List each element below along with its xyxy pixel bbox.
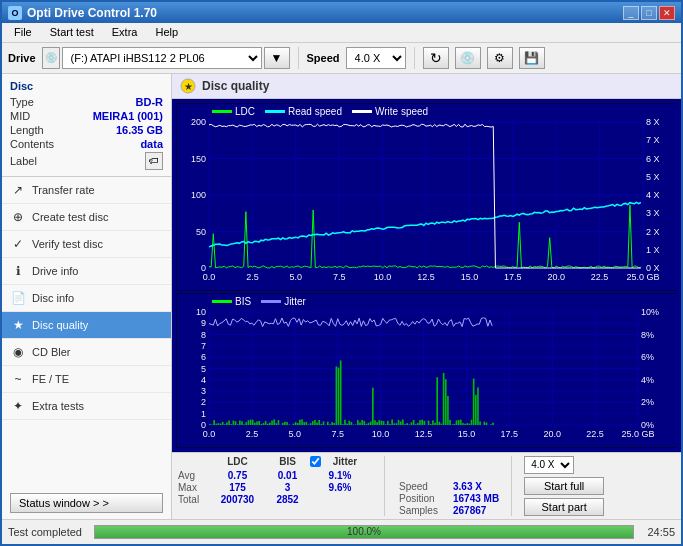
window-root: O Opti Drive Control 1.70 _ □ ✕ File Sta… bbox=[0, 0, 683, 546]
save-button[interactable]: 💾 bbox=[519, 47, 545, 69]
sidebar-item-disc-quality[interactable]: ★ Disc quality bbox=[2, 312, 171, 339]
speed-select-toolbar[interactable]: 4.0 X bbox=[346, 47, 406, 69]
legend-ldc: LDC bbox=[212, 106, 255, 117]
minimize-button[interactable]: _ bbox=[623, 6, 639, 20]
sidebar: Disc Type BD-R MID MEIRA1 (001) Length 1… bbox=[2, 74, 172, 519]
legend-bis: BIS bbox=[212, 296, 251, 307]
legend-bis-color bbox=[212, 300, 232, 303]
menu-help[interactable]: Help bbox=[147, 24, 186, 40]
content-title: Disc quality bbox=[202, 79, 269, 93]
disc-label-label: Label bbox=[10, 155, 37, 167]
top-chart-canvas bbox=[177, 104, 678, 290]
window-controls: _ □ ✕ bbox=[623, 6, 675, 20]
stats-separator-2 bbox=[511, 456, 512, 516]
menu-start-test[interactable]: Start test bbox=[42, 24, 102, 40]
progress-bar-container: 100.0% bbox=[94, 525, 634, 539]
progress-text: 100.0% bbox=[95, 526, 633, 538]
disc-mid-label: MID bbox=[10, 110, 30, 122]
sidebar-item-label-extra: Extra tests bbox=[32, 400, 84, 412]
status-window-button[interactable]: Status window > > bbox=[10, 493, 163, 513]
speed-label: Speed bbox=[307, 52, 340, 64]
sidebar-item-label-cd-bler: CD Bler bbox=[32, 346, 71, 358]
sidebar-item-cd-bler[interactable]: ◉ CD Bler bbox=[2, 339, 171, 366]
start-part-button[interactable]: Start part bbox=[524, 498, 604, 516]
close-button[interactable]: ✕ bbox=[659, 6, 675, 20]
disc-contents-label: Contents bbox=[10, 138, 54, 150]
refresh-button[interactable]: ↻ bbox=[423, 47, 449, 69]
cd-bler-icon: ◉ bbox=[10, 344, 26, 360]
sidebar-item-label-verify: Verify test disc bbox=[32, 238, 103, 250]
total-jitter bbox=[310, 494, 370, 505]
sidebar-item-label-disc-info: Disc info bbox=[32, 292, 74, 304]
bis-header: BIS bbox=[265, 456, 310, 469]
sidebar-item-label-create: Create test disc bbox=[32, 211, 108, 223]
status-bar: Test completed 100.0% 24:55 bbox=[2, 519, 681, 544]
title-bar: O Opti Drive Control 1.70 _ □ ✕ bbox=[2, 2, 681, 23]
disc-info-icon: 📄 bbox=[10, 290, 26, 306]
disc-quality-header-icon: ★ bbox=[180, 78, 196, 94]
ldc-header: LDC bbox=[210, 456, 265, 469]
position-row: Position 16743 MB bbox=[399, 493, 499, 504]
sidebar-item-label-disc-quality: Disc quality bbox=[32, 319, 88, 331]
sidebar-item-verify-test[interactable]: ✓ Verify test disc bbox=[2, 231, 171, 258]
app-icon: O bbox=[8, 6, 22, 20]
top-chart-legend: LDC Read speed Write speed bbox=[212, 106, 428, 117]
samples-value: 267867 bbox=[453, 505, 486, 516]
disc-contents-value: data bbox=[140, 138, 163, 150]
stats-table: LDC BIS Jitter Avg 0.75 0.01 9.1% bbox=[178, 456, 370, 516]
sidebar-item-fe-te[interactable]: ~ FE / TE bbox=[2, 366, 171, 393]
disc-quality-icon: ★ bbox=[10, 317, 26, 333]
menu-bar: File Start test Extra Help bbox=[2, 23, 681, 42]
start-full-button[interactable]: Start full bbox=[524, 477, 604, 495]
fe-te-icon: ~ bbox=[10, 371, 26, 387]
svg-text:★: ★ bbox=[184, 81, 193, 92]
disc-section: Disc Type BD-R MID MEIRA1 (001) Length 1… bbox=[2, 74, 171, 177]
window-title: Opti Drive Control 1.70 bbox=[27, 6, 157, 20]
menu-extra[interactable]: Extra bbox=[104, 24, 146, 40]
jitter-checkbox-cell bbox=[310, 456, 320, 469]
speed-select-stats[interactable]: 4.0 X bbox=[524, 456, 574, 474]
disc-label-row: Label 🏷 bbox=[10, 152, 163, 170]
extra-tests-icon: ✦ bbox=[10, 398, 26, 414]
controls-section: 4.0 X Start full Start part bbox=[524, 456, 604, 516]
create-test-icon: ⊕ bbox=[10, 209, 26, 225]
speed-row: Speed 3.63 X bbox=[399, 481, 499, 492]
time-text: 24:55 bbox=[640, 526, 675, 538]
sidebar-item-extra-tests[interactable]: ✦ Extra tests bbox=[2, 393, 171, 420]
sidebar-item-label-fe-te: FE / TE bbox=[32, 373, 69, 385]
disc-label-icon[interactable]: 🏷 bbox=[145, 152, 163, 170]
disc-section-title: Disc bbox=[10, 80, 163, 92]
maximize-button[interactable]: □ bbox=[641, 6, 657, 20]
avg-ldc: 0.75 bbox=[210, 470, 265, 481]
max-ldc: 175 bbox=[210, 482, 265, 493]
speed-stats: Speed 3.63 X Position 16743 MB Samples 2… bbox=[399, 456, 499, 516]
drive-info-icon: ℹ bbox=[10, 263, 26, 279]
legend-jitter-color bbox=[261, 300, 281, 303]
disc-length-label: Length bbox=[10, 124, 44, 136]
disc-type-value: BD-R bbox=[136, 96, 164, 108]
menu-file[interactable]: File bbox=[6, 24, 40, 40]
avg-jitter: 9.1% bbox=[310, 470, 370, 481]
position-value: 16743 MB bbox=[453, 493, 499, 504]
samples-row: Samples 267867 bbox=[399, 505, 499, 516]
drive-icon: 💿 bbox=[42, 47, 60, 69]
stats-empty-header bbox=[178, 456, 210, 469]
sidebar-item-transfer-rate[interactable]: ↗ Transfer rate bbox=[2, 177, 171, 204]
stats-header-row: LDC BIS Jitter bbox=[178, 456, 370, 469]
disc-mid-value: MEIRA1 (001) bbox=[93, 110, 163, 122]
drive-refresh-button[interactable]: ▼ bbox=[264, 47, 290, 69]
legend-read-color bbox=[265, 110, 285, 113]
disc-button[interactable]: 💿 bbox=[455, 47, 481, 69]
sidebar-item-create-test[interactable]: ⊕ Create test disc bbox=[2, 204, 171, 231]
legend-write-color bbox=[352, 110, 372, 113]
top-chart: LDC Read speed Write speed bbox=[176, 103, 677, 291]
sidebar-item-label-transfer: Transfer rate bbox=[32, 184, 95, 196]
toolbar: Drive 💿 (F:) ATAPI iHBS112 2 PL06 ▼ Spee… bbox=[2, 43, 681, 74]
legend-write-speed: Write speed bbox=[352, 106, 428, 117]
sidebar-item-drive-info[interactable]: ℹ Drive info bbox=[2, 258, 171, 285]
status-text: Test completed bbox=[8, 526, 88, 538]
drive-select[interactable]: (F:) ATAPI iHBS112 2 PL06 bbox=[62, 47, 262, 69]
legend-read-speed: Read speed bbox=[265, 106, 342, 117]
sidebar-item-disc-info[interactable]: 📄 Disc info bbox=[2, 285, 171, 312]
settings-button[interactable]: ⚙ bbox=[487, 47, 513, 69]
